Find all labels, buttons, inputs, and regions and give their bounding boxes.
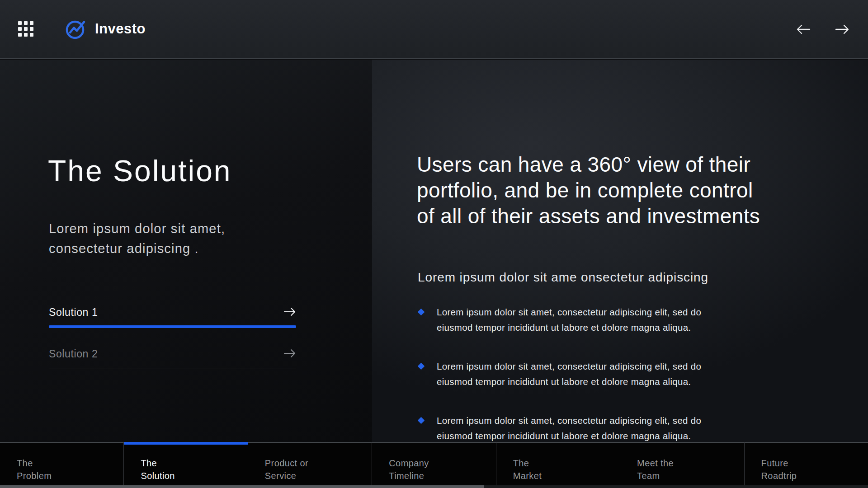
bullet-item: Lorem ipsum dolor sit amet, consectetur …: [418, 305, 716, 335]
bullet-text: Lorem ipsum dolor sit amet, consectetur …: [437, 415, 701, 441]
presentation-app: Investo The Solution Lo: [0, 0, 868, 488]
headline-line: of all of their assets and investments: [417, 203, 824, 229]
tab-meet-the-team[interactable]: Meet the Team: [620, 442, 744, 485]
slide-headline: Users can have a 360° view of their port…: [417, 152, 824, 229]
tab-label: Company: [389, 457, 495, 469]
tab-label: The: [513, 457, 620, 469]
headline-line: portfolio, and be in complete control: [417, 178, 824, 203]
investo-chart-icon: [65, 18, 87, 40]
slide-content: The Solution Lorem ipsum dolor sit amet,…: [0, 60, 868, 442]
grid-dot: [30, 33, 33, 37]
apps-grid-icon[interactable]: [18, 21, 33, 37]
slide-right-panel: Users can have a 360° view of their port…: [372, 60, 868, 442]
solution-list: Solution 1 Solution 2: [49, 306, 296, 369]
next-slide-button[interactable]: [833, 22, 852, 37]
bullet-item: Lorem ipsum dolor sit amet, consectetur …: [418, 413, 716, 444]
bullet-text: Lorem ipsum dolor sit amet, consectetur …: [437, 307, 701, 333]
horizontal-scrollbar-thumb[interactable]: [0, 485, 484, 488]
solution-item-1[interactable]: Solution 1: [49, 306, 296, 328]
arrow-left-icon: [796, 29, 811, 36]
grid-dot: [30, 21, 33, 25]
grid-dot: [18, 27, 22, 31]
tab-label: The: [141, 457, 247, 469]
app-name: Investo: [95, 21, 146, 37]
bullet-item: Lorem ipsum dolor sit amet, consectetur …: [418, 359, 716, 389]
solution-item-2[interactable]: Solution 2: [49, 348, 296, 369]
arrow-right-icon: [283, 307, 296, 318]
arrow-right-icon: [283, 348, 296, 360]
tab-label: Service: [265, 469, 372, 482]
diamond-bullet-icon: [418, 363, 425, 370]
tab-future-roadtrip[interactable]: Future Roadtrip: [745, 442, 868, 485]
tab-label: Market: [513, 469, 620, 482]
horizontal-scrollbar-track[interactable]: [0, 485, 868, 488]
tab-the-problem[interactable]: The Problem: [0, 442, 124, 485]
diamond-bullet-icon: [418, 309, 425, 316]
tab-label: Team: [637, 469, 744, 482]
diamond-bullet-icon: [418, 417, 425, 424]
grid-dot: [18, 21, 22, 25]
headline-line: Users can have a 360° view of their: [417, 152, 824, 178]
slide-left-panel: The Solution Lorem ipsum dolor sit amet,…: [0, 60, 372, 442]
investo-logo: Investo: [65, 18, 146, 40]
tab-the-market[interactable]: The Market: [496, 442, 620, 485]
previous-slide-button[interactable]: [794, 22, 813, 37]
solution-1-label: Solution 1: [49, 306, 98, 319]
tab-company-timeline[interactable]: Company Timeline: [372, 442, 496, 485]
grid-dot: [18, 33, 22, 37]
tab-label: Future: [761, 457, 868, 469]
tab-label: Solution: [141, 469, 247, 482]
slide-tabs-bar: The Problem The Solution Product or Serv…: [0, 442, 868, 485]
inactive-solution-underline: [49, 369, 296, 369]
slide-navigation: [794, 0, 852, 59]
grid-dot: [24, 33, 28, 37]
top-bar: Investo: [0, 0, 868, 59]
slide-subheadline: Lorem ipsum dolor sit ame onsectetur adi…: [418, 270, 708, 285]
tab-label: Problem: [17, 469, 123, 482]
slide-subtitle: Lorem ipsum dolor sit amet, consectetur …: [49, 219, 270, 258]
solution-2-label: Solution 2: [49, 348, 98, 360]
grid-dot: [24, 21, 28, 25]
arrow-right-icon: [835, 29, 850, 36]
tab-product-or-service[interactable]: Product or Service: [248, 442, 372, 485]
tab-label: Roadtrip: [761, 469, 868, 482]
bullet-text: Lorem ipsum dolor sit amet, consectetur …: [437, 361, 701, 387]
grid-dot: [24, 27, 28, 31]
slide-title: The Solution: [48, 154, 232, 188]
tab-label: Product or: [265, 457, 372, 469]
tab-the-solution[interactable]: The Solution: [124, 442, 248, 485]
tab-label: Meet the: [637, 457, 744, 469]
tab-label: Timeline: [389, 469, 495, 482]
active-solution-underline: [49, 325, 296, 328]
grid-dot: [30, 27, 33, 31]
tab-label: The: [17, 457, 123, 469]
